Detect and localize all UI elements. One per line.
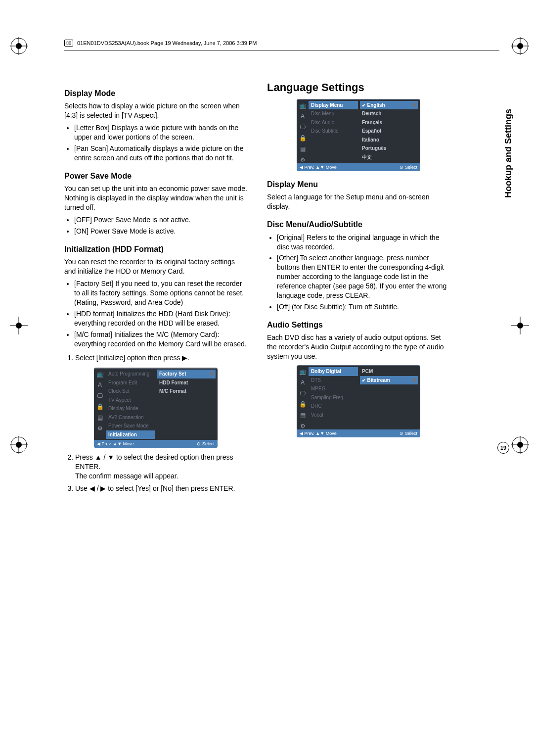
heading-initialization: Initialization (HDD Format) [64,244,247,255]
para-display-menu: Select a language for the Setup menu and… [267,192,450,211]
osd-menu-item: Initialization [106,430,155,439]
list-item: [Pan Scan] Automatically displays a wide… [74,144,247,163]
para-power-save: You can set up the unit into an economic… [64,184,247,212]
list-item: [HDD format] Initializes the HDD (Hard D… [74,309,247,328]
heading-power-save: Power Save Mode [64,171,247,182]
osd-icon: 🖵 [299,390,306,397]
osd-icon: A [299,379,306,386]
osd-icon: 🔒 [299,135,306,142]
osd-footer-right: ⊙ Select [400,430,417,436]
right-column: Language Settings 📺 A 🖵 🔒 ▤ ⚙ Display Me… [267,80,450,498]
osd-menu-item: Sampling Freq. [309,393,358,402]
list-item: [Other] To select another language, pres… [277,253,450,300]
book-header-text: 01EN01DVDS253A(AU).book Page 19 Wednesda… [77,40,257,47]
osd-menu-item: DTS [309,376,358,385]
osd-menu-item: MPEG [309,384,358,393]
osd-menu-item: Clock Set [106,387,155,396]
list-item: [Off] (for Disc Subtitle): Turn off Subt… [277,302,450,312]
list-item: [Original] Refers to the original langua… [277,233,450,252]
osd-icon: 📺 [299,102,306,109]
osd-icon: 🔒 [96,403,103,410]
osd-option: English [360,101,418,110]
osd-icon: ▤ [96,414,103,421]
osd-menu-item: Display Menu [309,101,358,110]
heading-display-mode: Display Mode [64,88,247,99]
osd-menu-item: TV Aspect [106,396,155,405]
osd-menu-item: Disc Subtitle [309,127,358,136]
osd-menu-item: Program Edit [106,378,155,387]
step: Select [Initialize] option then press ▶. [75,353,247,363]
osd-icon: 🖵 [299,124,306,131]
para-init: You can reset the recorder to its origin… [64,257,247,276]
book-header: 01EN01DVDS253A(AU).book Page 19 Wednesda… [64,40,499,50]
osd-option: HDD Format [157,378,216,387]
crop-mark-icon [511,37,529,55]
osd-icon: ⚙ [299,423,306,429]
heading-disc-menu: Disc Menu/Audio/Subtitle [267,219,450,230]
osd-menu-initialization: 📺 A 🖵 🔒 ▤ ⚙ Auto ProgrammingProgram Edit… [94,368,218,448]
osd-menu-item: Disc Menu [309,109,358,118]
osd-option: Deutsch [360,109,418,118]
step: Press ▲ / ▼ to select the desired option… [75,453,247,481]
crop-mark-icon [10,317,28,334]
osd-tab-icons: 📺 A 🖵 🔒 ▤ ⚙ [94,369,106,440]
osd-option: Italiano [360,136,418,144]
step: Use ◀ / ▶ to select [Yes] or [No] then p… [75,484,247,493]
osd-footer-left: ◀ Prev. ▲▼ Move [97,441,134,446]
list-item: [ON] Power Save Mode is active. [74,227,247,236]
osd-menu-item: Vocal [309,411,358,420]
osd-tab-icons: 📺 A 🖵 🔒 ▤ ⚙ [297,100,309,163]
list-item: [OFF] Power Save Mode is not active. [74,215,247,225]
osd-icon: ⚙ [96,425,103,432]
para-audio: Each DVD disc has a variety of audio out… [267,333,450,361]
osd-icon: ▤ [299,145,306,152]
osd-menu-item: AV2 Connection [106,413,155,422]
osd-option: Factory Set [157,370,216,378]
osd-footer-left: ◀ Prev. ▲▼ Move [300,431,337,436]
heading-display-menu: Display Menu [267,179,450,190]
osd-option: M/C Format [157,387,216,396]
osd-footer-right: ⊙ Select [197,441,215,447]
osd-tab-icons: 📺 A 🖵 🔒 ▤ ⚙ [297,366,309,429]
osd-menu-item: Dolby Digital [309,367,358,376]
osd-icon: 🔒 [299,401,306,408]
crop-mark-icon [511,436,529,454]
para-display-mode: Selects how to display a wide picture on… [64,101,247,120]
crop-mark-icon [10,37,28,55]
osd-footer-right: ⊙ Select [400,164,417,170]
osd-icon: A [96,381,103,388]
osd-option: Français [360,118,418,127]
osd-menu-item: DRC [309,402,358,411]
list-item: [M/C format] Initializes the M/C (Memory… [74,330,247,349]
osd-option: Español [360,127,418,136]
osd-footer-left: ◀ Prev. ▲▼ Move [300,165,337,170]
osd-icon: 📺 [96,371,103,378]
crop-mark-icon [10,436,28,454]
osd-menu-language: 📺 A 🖵 🔒 ▤ ⚙ Display MenuDisc MenuDisc Au… [297,99,420,171]
osd-option: PCM [360,367,418,376]
list-item: [Factory Set] If you need to, you can re… [74,279,247,307]
osd-menu-audio: 📺 A 🖵 🔒 ▤ ⚙ Dolby DigitalDTSMPEGSampling… [297,365,420,437]
list-item: [Letter Box] Displays a wide picture wit… [74,123,247,142]
heading-language-settings: Language Settings [267,80,450,95]
crop-mark-icon [511,317,529,334]
osd-menu-item: Disc Audio [309,118,358,127]
page-number: 19 [497,442,509,454]
osd-menu-item: Power Save Mode [106,422,155,430]
section-tab: Hookup and Settings [502,109,514,198]
osd-option: 中文 [360,153,418,162]
osd-icon: 🖵 [96,392,103,399]
osd-icon: ⚙ [299,156,306,163]
left-column: Display Mode Selects how to display a wi… [64,80,247,498]
osd-option: Português [360,144,418,153]
osd-icon: ▤ [299,412,306,419]
osd-icon: 📺 [299,368,306,375]
osd-menu-item: Display Mode [106,404,155,413]
osd-menu-item: Auto Programming [106,370,155,378]
osd-icon: A [299,113,306,120]
book-icon [64,40,73,47]
heading-audio-settings: Audio Settings [267,320,450,331]
osd-option: Bitstream [360,376,418,385]
